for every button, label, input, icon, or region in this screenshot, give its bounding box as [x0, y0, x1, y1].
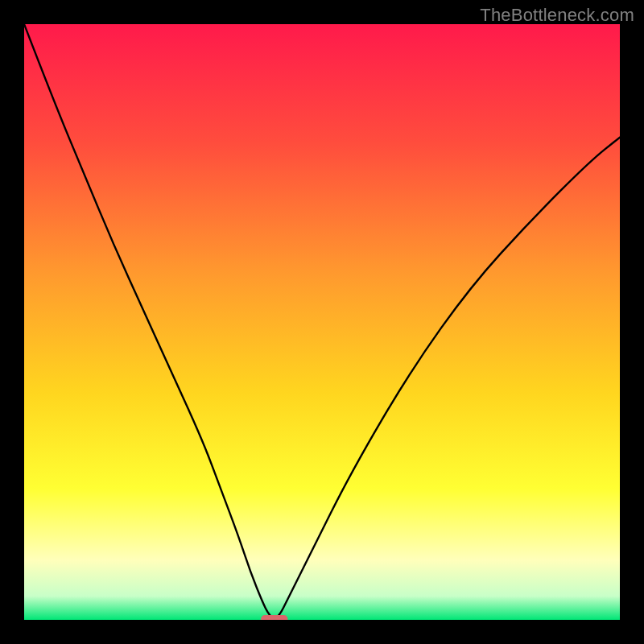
plot-area	[24, 24, 620, 620]
optimal-marker	[261, 615, 287, 620]
watermark-text: TheBottleneck.com	[480, 5, 634, 26]
chart-frame: TheBottleneck.com	[0, 0, 644, 644]
bottleneck-chart	[24, 24, 620, 620]
